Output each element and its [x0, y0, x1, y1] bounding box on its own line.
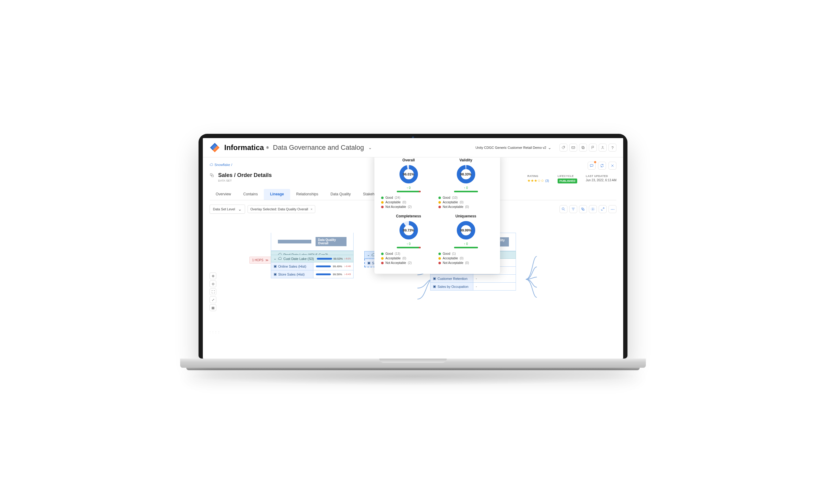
- metric-validity: Validity 98.33% ↑ 0 Good (10) Acceptable…: [437, 158, 494, 212]
- more-icon[interactable]: ⋯: [608, 205, 616, 213]
- fit-icon[interactable]: ⛶: [210, 289, 216, 295]
- project-selector[interactable]: Unity CDGC Generic Customer Retail Demo …: [475, 145, 551, 150]
- hops-chip[interactable]: 1 HOPS ≫: [249, 257, 271, 264]
- layers-icon[interactable]: [579, 205, 587, 213]
- dq-cell: 99.49%↓-0.46: [313, 262, 353, 270]
- page-title: Sales / Order Details: [218, 172, 272, 179]
- lifecycle-block: LIFECYCLE PUBLISHED: [557, 175, 577, 183]
- brand-name: Informatica®: [224, 143, 269, 152]
- col-name: [278, 240, 311, 243]
- svg-point-11: [562, 208, 564, 210]
- product-name: Data Governance and Catalog: [273, 144, 364, 151]
- search-icon[interactable]: [559, 205, 568, 213]
- node-online-sales[interactable]: ▣ Online Sales (Hist): [271, 262, 313, 270]
- svg-rect-5: [582, 147, 584, 149]
- settings-icon[interactable]: [589, 205, 597, 213]
- dq-cell: 99.58%↓-0.43: [313, 270, 353, 278]
- dataset-icon: [210, 173, 215, 178]
- group-cust-lake[interactable]: ⌄ Cust Date Lake (S3) 99.53%↓-0.21: [271, 255, 354, 262]
- app-header: Informatica® Data Governance and Catalog…: [203, 138, 623, 158]
- dq-popover: Overall 96.01% ↑ 0 Good (24) Acceptable …: [374, 158, 500, 274]
- tag-icon[interactable]: [559, 144, 568, 151]
- filter-icon[interactable]: [569, 205, 577, 213]
- user-icon[interactable]: [599, 144, 607, 151]
- zoom-out-icon[interactable]: ⊖: [210, 280, 216, 287]
- mail-icon[interactable]: [569, 144, 577, 151]
- zoom-in-icon[interactable]: ⊕: [210, 272, 216, 279]
- col-dq: Data Quality Overall: [315, 237, 347, 246]
- comment-icon[interactable]: [588, 162, 596, 170]
- help-icon[interactable]: ?: [608, 144, 616, 151]
- svg-rect-8: [590, 165, 593, 166]
- updated-block: LAST UPDATED Jun 23, 2022, 6:13 AM: [586, 175, 616, 182]
- fullscreen-icon[interactable]: ⤢: [210, 296, 216, 303]
- close-icon[interactable]: [608, 162, 616, 170]
- metric-completeness: Completeness 89.73% ↑ 0 Good (13) Accept…: [380, 212, 437, 268]
- tab-contains[interactable]: Contains: [237, 189, 264, 200]
- node-sales-by-occupation[interactable]: ▣ Sales by Occupation: [430, 282, 473, 290]
- svg-rect-9: [210, 174, 212, 176]
- tab-data-quality[interactable]: Data Quality: [324, 189, 357, 200]
- svg-rect-10: [212, 175, 214, 177]
- flag-icon[interactable]: [589, 144, 597, 151]
- svg-rect-4: [572, 147, 575, 149]
- tab-overview[interactable]: Overview: [210, 189, 237, 200]
- node-customer-retention[interactable]: ▣ Customer Retention: [430, 275, 473, 282]
- canvas-resize-handle[interactable]: : : : :: [210, 330, 220, 334]
- brand-logo-icon: [210, 142, 220, 153]
- node-store-sales[interactable]: ▣ Store Sales (Hist): [271, 270, 313, 278]
- rating-block: RATING ★★★☆☆ (3): [527, 175, 549, 183]
- tab-relationships[interactable]: Relationships: [290, 189, 324, 200]
- svg-point-7: [602, 146, 603, 147]
- grid-icon[interactable]: ▦: [210, 304, 216, 311]
- export-icon[interactable]: [599, 205, 607, 213]
- chevron-down-icon[interactable]: ⌄: [368, 145, 372, 150]
- tab-lineage[interactable]: Lineage: [264, 189, 290, 200]
- asset-type: DATA SET: [218, 179, 272, 182]
- chip-remove-icon[interactable]: ×: [310, 207, 312, 211]
- svg-point-14: [592, 208, 593, 210]
- overlay-chip[interactable]: Overlay Selected: Data Quality Overall×: [247, 205, 315, 213]
- svg-point-3: [564, 147, 564, 147]
- copy-icon[interactable]: [579, 144, 587, 151]
- cloud-icon: [210, 163, 213, 167]
- level-select[interactable]: Data Set Level⌄: [210, 204, 245, 214]
- refresh-icon[interactable]: [598, 162, 606, 170]
- metric-overall: Overall 96.01% ↑ 0 Good (24) Acceptable …: [380, 158, 437, 212]
- metric-uniqueness: Uniqueness 99.99% ↑ 0 Good (1) Acceptabl…: [437, 212, 494, 268]
- svg-rect-6: [582, 146, 584, 148]
